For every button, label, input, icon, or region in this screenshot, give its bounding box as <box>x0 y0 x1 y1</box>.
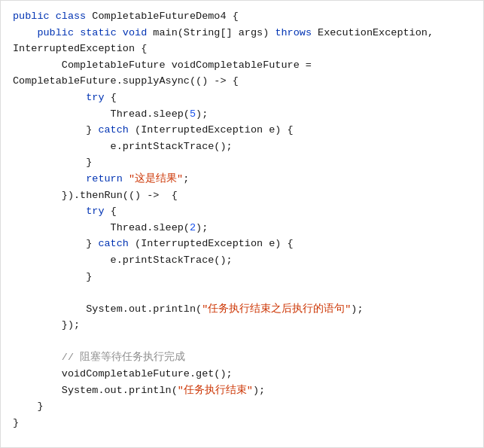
code-block: public class CompletableFutureDemo4 { pu… <box>13 8 471 431</box>
code-container: public class CompletableFutureDemo4 { pu… <box>0 0 484 448</box>
